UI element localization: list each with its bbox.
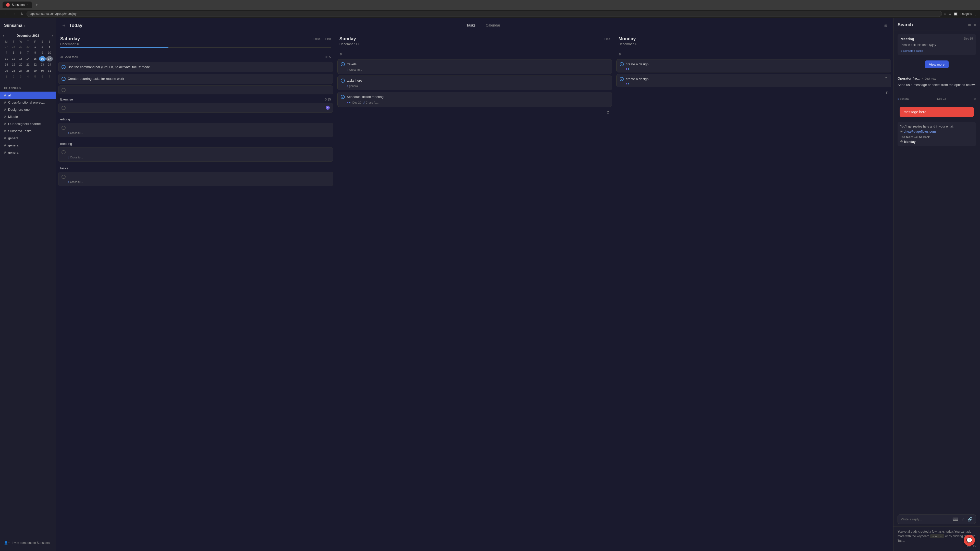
cal-day[interactable]: 11 bbox=[3, 56, 10, 62]
task-checkbox[interactable] bbox=[62, 175, 65, 179]
sunday-plan-btn[interactable]: Plan bbox=[605, 37, 610, 40]
keyboard-icon[interactable]: ⌨ bbox=[953, 517, 958, 522]
cal-day[interactable]: 8 bbox=[32, 50, 38, 56]
add-task-btn[interactable]: ⊕ Add task 0:55 bbox=[58, 53, 333, 61]
cal-day[interactable]: 6 bbox=[18, 50, 24, 56]
cal-day[interactable]: 25 bbox=[3, 68, 10, 73]
cal-day[interactable]: 27 bbox=[18, 68, 24, 73]
task-checkbox[interactable] bbox=[62, 77, 65, 81]
cal-day[interactable]: 28 bbox=[10, 44, 17, 49]
cal-day[interactable]: 15 bbox=[32, 56, 38, 62]
cal-day[interactable]: 12 bbox=[10, 56, 17, 62]
task-card[interactable]: ① bbox=[58, 103, 333, 113]
doc-icon[interactable]: 🗒 bbox=[886, 91, 889, 95]
cal-day[interactable]: 27 bbox=[3, 44, 10, 49]
cal-day[interactable]: 2 bbox=[39, 44, 46, 49]
task-card[interactable]: Create recurring tasks for routine work bbox=[58, 74, 333, 84]
cal-day[interactable]: 24 bbox=[46, 62, 53, 67]
cal-day[interactable]: 19 bbox=[10, 62, 17, 67]
cal-day[interactable]: 4 bbox=[24, 74, 31, 79]
cal-day-selected[interactable]: 17 bbox=[46, 56, 53, 62]
cal-day[interactable]: 23 bbox=[39, 62, 46, 67]
cal-day[interactable]: 26 bbox=[10, 68, 17, 73]
task-checkbox[interactable] bbox=[62, 88, 65, 92]
cal-day[interactable]: 30 bbox=[39, 68, 46, 73]
channel-cross-functional[interactable]: # Cross-functional projec... bbox=[0, 99, 56, 106]
cal-day[interactable]: 28 bbox=[24, 68, 31, 73]
task-card[interactable]: create a design bbox=[616, 59, 891, 73]
cal-day[interactable]: 21 bbox=[24, 62, 31, 67]
cal-day[interactable]: 20 bbox=[18, 62, 24, 67]
bookmark-icon[interactable]: ☆ bbox=[943, 12, 947, 16]
channel-general-2[interactable]: # general bbox=[0, 141, 56, 149]
cal-day[interactable]: 3 bbox=[46, 44, 53, 49]
brand-name[interactable]: Sunsama bbox=[4, 23, 22, 28]
task-card[interactable]: tasks here # general bbox=[337, 76, 612, 90]
task-card[interactable] bbox=[58, 86, 333, 94]
brand-chevron-icon[interactable]: ∨ bbox=[24, 24, 25, 27]
channel-sunsama-tasks[interactable]: # Sunsama Tasks bbox=[0, 127, 56, 135]
cal-day[interactable]: 9 bbox=[39, 50, 46, 56]
monday-add-task-btn[interactable]: ⊕ bbox=[616, 50, 891, 58]
task-card[interactable]: travels # Cross-fu... bbox=[337, 59, 612, 74]
extensions-icon[interactable]: 🔲 bbox=[953, 12, 958, 16]
grid-view-icon[interactable]: ⊞ bbox=[968, 23, 971, 27]
nav-back-btn[interactable]: ← bbox=[3, 11, 9, 17]
channel-designers-one[interactable]: # Designers-one bbox=[0, 106, 56, 113]
task-checkbox[interactable] bbox=[620, 62, 624, 66]
cal-day[interactable]: 31 bbox=[46, 68, 53, 73]
channel-our-designers[interactable]: # Our designers channel bbox=[0, 120, 56, 127]
download-icon[interactable]: ⬇ bbox=[948, 12, 951, 16]
close-panel-btn[interactable]: × bbox=[974, 23, 976, 27]
view-more-btn[interactable]: View more bbox=[925, 60, 948, 68]
doc-icon[interactable]: 🗒 bbox=[606, 110, 610, 114]
cal-day[interactable]: 7 bbox=[24, 50, 31, 56]
saturday-plan-btn[interactable]: Plan bbox=[325, 37, 331, 40]
cal-day[interactable]: 30 bbox=[24, 44, 31, 49]
task-card[interactable]: # Cross-fu... bbox=[58, 171, 333, 186]
tab-tasks[interactable]: Tasks bbox=[461, 22, 481, 29]
active-tab[interactable]: Sunsama × bbox=[3, 2, 32, 8]
nav-refresh-btn[interactable]: ↻ bbox=[19, 11, 25, 17]
invite-btn[interactable]: 👤+ Invite someone to Sunsama bbox=[4, 541, 52, 545]
cal-day[interactable]: 7 bbox=[46, 74, 53, 79]
cal-day[interactable]: 22 bbox=[32, 62, 38, 67]
task-checkbox[interactable] bbox=[620, 77, 624, 81]
cal-day[interactable]: 29 bbox=[32, 68, 38, 73]
address-bar[interactable]: app.sunsama.com/group/moodjoy bbox=[27, 11, 942, 17]
cal-day[interactable]: 5 bbox=[10, 50, 17, 56]
saturday-focus-btn[interactable]: Focus bbox=[313, 37, 321, 40]
dismiss-icon[interactable]: ○ bbox=[974, 97, 976, 101]
doc-icon[interactable]: 🗒 bbox=[884, 77, 888, 81]
channel-all[interactable]: # all bbox=[0, 92, 56, 99]
emoji-icon[interactable]: ☺ bbox=[961, 517, 965, 522]
cal-day[interactable]: 4 bbox=[3, 50, 10, 56]
attachment-icon[interactable]: 🔗 bbox=[967, 517, 973, 522]
task-checkbox[interactable] bbox=[62, 126, 65, 130]
task-card[interactable]: create a design 🗒 bbox=[616, 74, 891, 87]
channel-general-3[interactable]: # general bbox=[0, 149, 56, 156]
task-card[interactable]: # Cross-fu... bbox=[58, 147, 333, 162]
tab-close-btn[interactable]: × bbox=[27, 3, 28, 6]
task-card[interactable]: Use the command bar (Ctrl + K) to activa… bbox=[58, 62, 333, 72]
cal-next-btn[interactable]: › bbox=[52, 34, 53, 38]
task-checkbox[interactable] bbox=[62, 65, 65, 69]
cal-day[interactable]: 3 bbox=[18, 74, 24, 79]
cal-day[interactable]: 10 bbox=[46, 50, 53, 56]
menu-icon[interactable]: ⋮ bbox=[974, 12, 977, 16]
grid-icon[interactable]: ⊞ bbox=[884, 24, 887, 27]
cal-day[interactable]: 29 bbox=[18, 44, 24, 49]
task-card[interactable]: Schedule kickoff meeting Dec 20 # bbox=[337, 92, 612, 106]
cal-day-today[interactable]: 16 bbox=[39, 56, 46, 62]
message-input-area[interactable]: message here bbox=[900, 107, 974, 117]
cal-day[interactable]: 18 bbox=[3, 62, 10, 67]
task-checkbox[interactable] bbox=[62, 150, 65, 154]
cal-day[interactable]: 2 bbox=[10, 74, 17, 79]
task-card[interactable]: # Cross-fu... bbox=[58, 123, 333, 137]
sunday-add-task-btn[interactable]: ⊕ bbox=[337, 50, 612, 58]
channel-middle[interactable]: # Middle bbox=[0, 113, 56, 120]
task-checkbox[interactable] bbox=[62, 106, 65, 110]
reply-input[interactable]: Write a reply... ⌨ ☺ 🔗 bbox=[897, 514, 976, 524]
nav-forward-btn[interactable]: → bbox=[11, 11, 18, 17]
tab-calendar[interactable]: Calendar bbox=[480, 22, 505, 29]
